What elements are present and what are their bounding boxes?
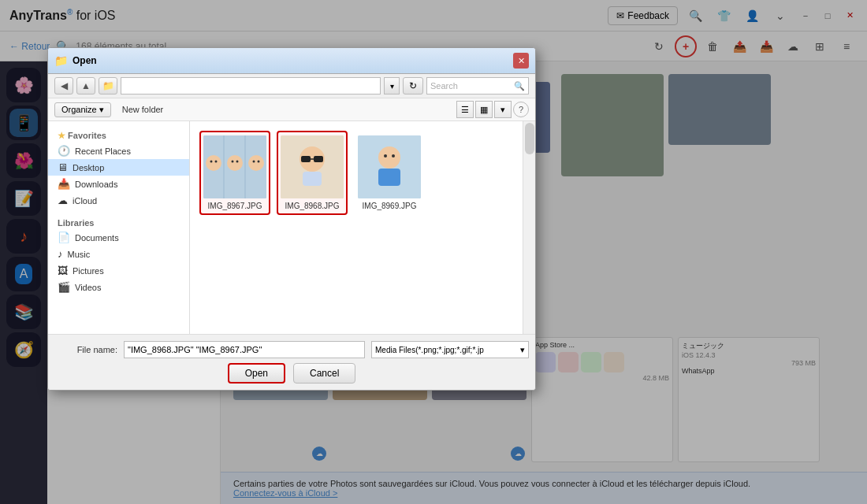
svg-rect-22 <box>378 169 400 186</box>
svg-point-8 <box>232 161 234 163</box>
nav-music[interactable]: ♪ Music <box>48 246 189 262</box>
dialog-open-button[interactable]: Open <box>228 363 285 384</box>
svg-point-6 <box>210 161 213 163</box>
dialog-cancel-button[interactable]: Cancel <box>293 363 355 384</box>
dialog-view-arrow-btn[interactable]: ▾ <box>494 101 512 118</box>
svg-point-3 <box>206 155 221 171</box>
dialog-search-box[interactable]: Search 🔍 <box>426 77 529 94</box>
nav-icloud[interactable]: ☁ iCloud <box>48 192 189 209</box>
svg-rect-17 <box>303 172 322 186</box>
nav-downloads[interactable]: 📥 Downloads <box>48 176 189 192</box>
dialog-nav: ★ Favorites 🕐 Recent Places 🖥 Desktop 📥 … <box>48 121 190 334</box>
svg-rect-15 <box>314 156 323 162</box>
icloud-nav-icon: ☁ <box>58 195 68 206</box>
nav-pictures[interactable]: 🖼 Pictures <box>48 262 189 279</box>
dialog-new-folder-btn[interactable]: New folder <box>116 103 170 116</box>
documents-icon: 📄 <box>58 232 70 243</box>
svg-point-4 <box>227 155 243 171</box>
music-nav-icon: ♪ <box>58 248 63 260</box>
svg-point-11 <box>258 161 260 163</box>
dialog-path-box <box>121 77 381 94</box>
dialog-scrollbar[interactable] <box>523 121 535 334</box>
desktop-icon: 🖥 <box>58 161 68 173</box>
svg-point-21 <box>392 154 395 158</box>
filename-input[interactable] <box>124 341 365 358</box>
svg-point-20 <box>384 154 387 158</box>
dialog-view-grid-btn[interactable]: ▦ <box>475 101 493 118</box>
file-name-img8968: IMG_8968.JPG <box>285 202 340 210</box>
dialog-toolbar: ◀ ▲ 📁 ▾ ↻ Search 🔍 <box>48 74 535 98</box>
filetype-arrow: ▾ <box>520 345 525 355</box>
filename-label: File name: <box>54 345 117 354</box>
dialog-action-bar: Organize ▾ New folder ☰ ▦ ▾ ? <box>48 98 535 121</box>
file-dialog: 📁 Open ✕ ◀ ▲ 📁 ▾ ↻ Search 🔍 Organize ▾ N… <box>47 47 536 391</box>
dialog-footer: File name: Media Files(*.png;*.jpg;*.gif… <box>48 334 535 390</box>
libraries-label: Libraries <box>48 215 189 229</box>
svg-point-9 <box>236 161 239 163</box>
dialog-overlay: 📁 Open ✕ ◀ ▲ 📁 ▾ ↻ Search 🔍 Organize ▾ N… <box>0 0 867 504</box>
dialog-folder-icon: 📁 <box>54 54 68 67</box>
nav-documents[interactable]: 📄 Documents <box>48 229 189 246</box>
recent-icon: 🕐 <box>58 145 70 157</box>
dialog-view-btns: ☰ ▦ ▾ ? <box>456 101 529 118</box>
dialog-help-btn[interactable]: ? <box>513 102 529 117</box>
nav-desktop[interactable]: 🖥 Desktop <box>48 159 189 176</box>
file-thumb-img8969 <box>358 135 421 198</box>
scrollbar-thumb[interactable] <box>525 123 534 154</box>
dialog-title: Open <box>73 55 508 66</box>
svg-point-7 <box>215 161 218 163</box>
file-name-img8967: IMG_8967.JPG <box>208 202 262 210</box>
file-thumb-img8968 <box>281 135 344 198</box>
downloads-icon: 📥 <box>58 178 70 190</box>
dialog-view-list-btn[interactable]: ☰ <box>456 101 474 118</box>
dialog-path-dropdown[interactable]: ▾ <box>384 77 400 94</box>
svg-point-10 <box>253 161 255 163</box>
filename-row: File name: Media Files(*.png;*.jpg;*.gif… <box>54 341 529 358</box>
dialog-body: ★ Favorites 🕐 Recent Places 🖥 Desktop 📥 … <box>48 121 535 334</box>
file-name-img8969: IMG_8969.JPG <box>363 202 417 210</box>
dialog-folder-nav-btn[interactable]: 📁 <box>99 77 117 94</box>
dialog-titlebar: 📁 Open ✕ <box>48 48 535 74</box>
dialog-search-placeholder: Search <box>430 81 458 91</box>
dialog-organize-btn[interactable]: Organize ▾ <box>54 102 111 117</box>
file-thumb-img8967 <box>203 135 266 198</box>
svg-rect-14 <box>301 156 311 162</box>
svg-point-5 <box>248 155 264 171</box>
file-item-img8969[interactable]: IMG_8969.JPG <box>354 131 425 215</box>
favorites-label: ★ Favorites <box>48 128 189 143</box>
file-item-img8967[interactable]: IMG_8967.JPG <box>199 131 270 215</box>
svg-point-19 <box>378 146 400 169</box>
dialog-refresh-btn[interactable]: ↻ <box>403 77 423 94</box>
dialog-buttons: Open Cancel <box>54 363 529 384</box>
dialog-close-button[interactable]: ✕ <box>513 53 529 69</box>
dialog-back-btn[interactable]: ◀ <box>54 77 73 94</box>
pictures-icon: 🖼 <box>58 265 68 276</box>
filetype-dropdown[interactable]: Media Files(*.png;*.jpg;*.gif;*.jp ▾ <box>371 341 529 358</box>
dialog-files-scroll: IMG_8967.JPG <box>193 124 519 221</box>
dialog-up-btn[interactable]: ▲ <box>76 77 95 94</box>
nav-videos[interactable]: 🎬 Videos <box>48 279 189 295</box>
dialog-search-icon: 🔍 <box>514 81 525 91</box>
nav-recent-places[interactable]: 🕐 Recent Places <box>48 143 189 159</box>
file-item-img8968[interactable]: IMG_8968.JPG <box>277 131 348 215</box>
dialog-files: IMG_8967.JPG <box>190 121 523 334</box>
videos-icon: 🎬 <box>58 281 70 293</box>
filetype-value: Media Files(*.png;*.jpg;*.gif;*.jp <box>375 346 484 354</box>
